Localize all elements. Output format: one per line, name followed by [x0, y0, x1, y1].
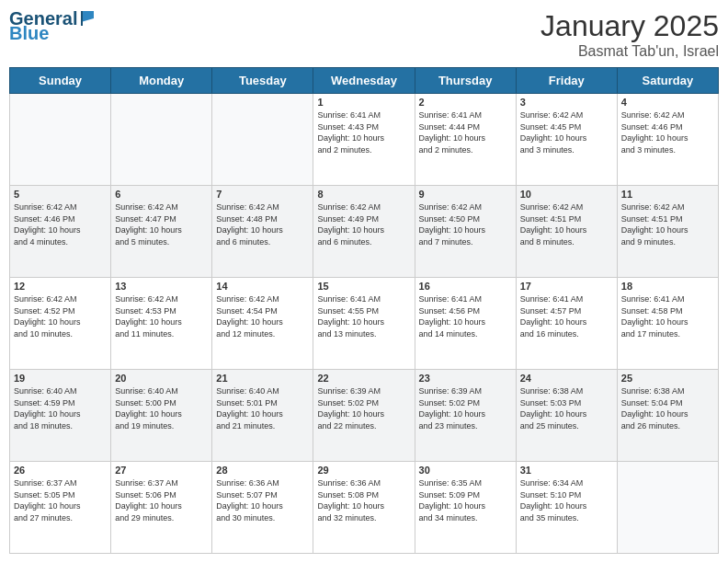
day-info: Sunrise: 6:39 AM Sunset: 5:02 PM Dayligh…	[317, 385, 410, 431]
day-number: 27	[115, 465, 208, 476]
day-info: Sunrise: 6:40 AM Sunset: 5:01 PM Dayligh…	[216, 385, 309, 431]
day-number: 29	[317, 465, 410, 476]
calendar-cell	[111, 94, 212, 186]
svg-rect-1	[81, 11, 83, 26]
day-number: 18	[621, 281, 714, 292]
day-info: Sunrise: 6:42 AM Sunset: 4:46 PM Dayligh…	[14, 201, 107, 247]
day-info: Sunrise: 6:37 AM Sunset: 5:05 PM Dayligh…	[14, 477, 107, 523]
day-info: Sunrise: 6:42 AM Sunset: 4:52 PM Dayligh…	[14, 293, 107, 339]
day-number: 31	[520, 465, 613, 476]
day-info: Sunrise: 6:42 AM Sunset: 4:46 PM Dayligh…	[621, 109, 714, 155]
day-header-monday: Monday	[111, 68, 212, 94]
day-header-wednesday: Wednesday	[313, 68, 415, 94]
day-number: 23	[419, 373, 512, 384]
header: General Blue January 2025 Basmat Tab'un,…	[9, 9, 719, 60]
calendar-week-row: 19Sunrise: 6:40 AM Sunset: 4:59 PM Dayli…	[10, 370, 719, 462]
day-number: 9	[419, 189, 512, 200]
day-info: Sunrise: 6:40 AM Sunset: 5:00 PM Dayligh…	[115, 385, 208, 431]
calendar-week-row: 12Sunrise: 6:42 AM Sunset: 4:52 PM Dayli…	[10, 278, 719, 370]
day-header-thursday: Thursday	[415, 68, 516, 94]
calendar-week-row: 1Sunrise: 6:41 AM Sunset: 4:43 PM Daylig…	[10, 94, 719, 186]
day-number: 1	[317, 97, 410, 108]
calendar-cell	[212, 94, 313, 186]
calendar-table: SundayMondayTuesdayWednesdayThursdayFrid…	[9, 67, 719, 554]
day-info: Sunrise: 6:42 AM Sunset: 4:48 PM Dayligh…	[216, 201, 309, 247]
day-info: Sunrise: 6:37 AM Sunset: 5:06 PM Dayligh…	[115, 477, 208, 523]
day-number: 13	[115, 281, 208, 292]
day-info: Sunrise: 6:36 AM Sunset: 5:07 PM Dayligh…	[216, 477, 309, 523]
month-title: January 2025	[540, 9, 719, 43]
day-info: Sunrise: 6:38 AM Sunset: 5:03 PM Dayligh…	[520, 385, 613, 431]
day-info: Sunrise: 6:42 AM Sunset: 4:50 PM Dayligh…	[419, 201, 512, 247]
calendar-cell: 14Sunrise: 6:42 AM Sunset: 4:54 PM Dayli…	[212, 278, 313, 370]
day-number: 16	[419, 281, 512, 292]
day-number: 7	[216, 189, 309, 200]
logo-flag-icon	[79, 9, 96, 26]
calendar-cell: 24Sunrise: 6:38 AM Sunset: 5:03 PM Dayli…	[516, 370, 617, 462]
day-number: 28	[216, 465, 309, 476]
calendar-cell: 7Sunrise: 6:42 AM Sunset: 4:48 PM Daylig…	[212, 186, 313, 278]
calendar-header-row: SundayMondayTuesdayWednesdayThursdayFrid…	[10, 68, 719, 94]
calendar-cell: 3Sunrise: 6:42 AM Sunset: 4:45 PM Daylig…	[516, 94, 617, 186]
calendar-cell	[617, 462, 718, 554]
logo-text-blue: Blue	[9, 24, 49, 42]
day-info: Sunrise: 6:41 AM Sunset: 4:56 PM Dayligh…	[419, 293, 512, 339]
day-info: Sunrise: 6:41 AM Sunset: 4:44 PM Dayligh…	[419, 109, 512, 155]
day-info: Sunrise: 6:42 AM Sunset: 4:45 PM Dayligh…	[520, 109, 613, 155]
day-header-saturday: Saturday	[617, 68, 718, 94]
day-info: Sunrise: 6:40 AM Sunset: 4:59 PM Dayligh…	[14, 385, 107, 431]
day-info: Sunrise: 6:39 AM Sunset: 5:02 PM Dayligh…	[419, 385, 512, 431]
calendar-cell: 25Sunrise: 6:38 AM Sunset: 5:04 PM Dayli…	[617, 370, 718, 462]
day-info: Sunrise: 6:41 AM Sunset: 4:55 PM Dayligh…	[317, 293, 410, 339]
calendar-cell: 30Sunrise: 6:35 AM Sunset: 5:09 PM Dayli…	[415, 462, 516, 554]
calendar-cell: 20Sunrise: 6:40 AM Sunset: 5:00 PM Dayli…	[111, 370, 212, 462]
title-block: January 2025 Basmat Tab'un, Israel	[540, 9, 719, 60]
day-header-tuesday: Tuesday	[212, 68, 313, 94]
calendar-cell: 21Sunrise: 6:40 AM Sunset: 5:01 PM Dayli…	[212, 370, 313, 462]
day-number: 21	[216, 373, 309, 384]
calendar-cell: 4Sunrise: 6:42 AM Sunset: 4:46 PM Daylig…	[617, 94, 718, 186]
day-info: Sunrise: 6:42 AM Sunset: 4:47 PM Dayligh…	[115, 201, 208, 247]
svg-marker-0	[81, 11, 94, 22]
day-info: Sunrise: 6:42 AM Sunset: 4:51 PM Dayligh…	[520, 201, 613, 247]
day-number: 12	[14, 281, 107, 292]
day-number: 3	[520, 97, 613, 108]
calendar-week-row: 5Sunrise: 6:42 AM Sunset: 4:46 PM Daylig…	[10, 186, 719, 278]
day-info: Sunrise: 6:42 AM Sunset: 4:54 PM Dayligh…	[216, 293, 309, 339]
day-number: 11	[621, 189, 714, 200]
day-number: 19	[14, 373, 107, 384]
day-info: Sunrise: 6:42 AM Sunset: 4:51 PM Dayligh…	[621, 201, 714, 247]
calendar-cell: 17Sunrise: 6:41 AM Sunset: 4:57 PM Dayli…	[516, 278, 617, 370]
day-number: 5	[14, 189, 107, 200]
calendar-cell: 15Sunrise: 6:41 AM Sunset: 4:55 PM Dayli…	[313, 278, 415, 370]
calendar-cell: 12Sunrise: 6:42 AM Sunset: 4:52 PM Dayli…	[10, 278, 111, 370]
day-number: 20	[115, 373, 208, 384]
day-number: 26	[14, 465, 107, 476]
day-info: Sunrise: 6:36 AM Sunset: 5:08 PM Dayligh…	[317, 477, 410, 523]
calendar-cell: 27Sunrise: 6:37 AM Sunset: 5:06 PM Dayli…	[111, 462, 212, 554]
calendar-cell: 29Sunrise: 6:36 AM Sunset: 5:08 PM Dayli…	[313, 462, 415, 554]
calendar-cell: 16Sunrise: 6:41 AM Sunset: 4:56 PM Dayli…	[415, 278, 516, 370]
logo: General Blue	[9, 9, 96, 42]
calendar-cell: 13Sunrise: 6:42 AM Sunset: 4:53 PM Dayli…	[111, 278, 212, 370]
calendar-cell: 19Sunrise: 6:40 AM Sunset: 4:59 PM Dayli…	[10, 370, 111, 462]
day-info: Sunrise: 6:42 AM Sunset: 4:53 PM Dayligh…	[115, 293, 208, 339]
calendar-cell: 22Sunrise: 6:39 AM Sunset: 5:02 PM Dayli…	[313, 370, 415, 462]
day-number: 24	[520, 373, 613, 384]
day-info: Sunrise: 6:41 AM Sunset: 4:43 PM Dayligh…	[317, 109, 410, 155]
day-info: Sunrise: 6:34 AM Sunset: 5:10 PM Dayligh…	[520, 477, 613, 523]
calendar-cell: 31Sunrise: 6:34 AM Sunset: 5:10 PM Dayli…	[516, 462, 617, 554]
day-number: 15	[317, 281, 410, 292]
calendar-cell: 2Sunrise: 6:41 AM Sunset: 4:44 PM Daylig…	[415, 94, 516, 186]
calendar-cell: 23Sunrise: 6:39 AM Sunset: 5:02 PM Dayli…	[415, 370, 516, 462]
day-number: 25	[621, 373, 714, 384]
day-number: 8	[317, 189, 410, 200]
calendar-cell: 11Sunrise: 6:42 AM Sunset: 4:51 PM Dayli…	[617, 186, 718, 278]
calendar-cell: 9Sunrise: 6:42 AM Sunset: 4:50 PM Daylig…	[415, 186, 516, 278]
calendar-week-row: 26Sunrise: 6:37 AM Sunset: 5:05 PM Dayli…	[10, 462, 719, 554]
day-number: 4	[621, 97, 714, 108]
calendar-cell: 18Sunrise: 6:41 AM Sunset: 4:58 PM Dayli…	[617, 278, 718, 370]
calendar-cell: 1Sunrise: 6:41 AM Sunset: 4:43 PM Daylig…	[313, 94, 415, 186]
calendar-cell: 10Sunrise: 6:42 AM Sunset: 4:51 PM Dayli…	[516, 186, 617, 278]
day-header-friday: Friday	[516, 68, 617, 94]
